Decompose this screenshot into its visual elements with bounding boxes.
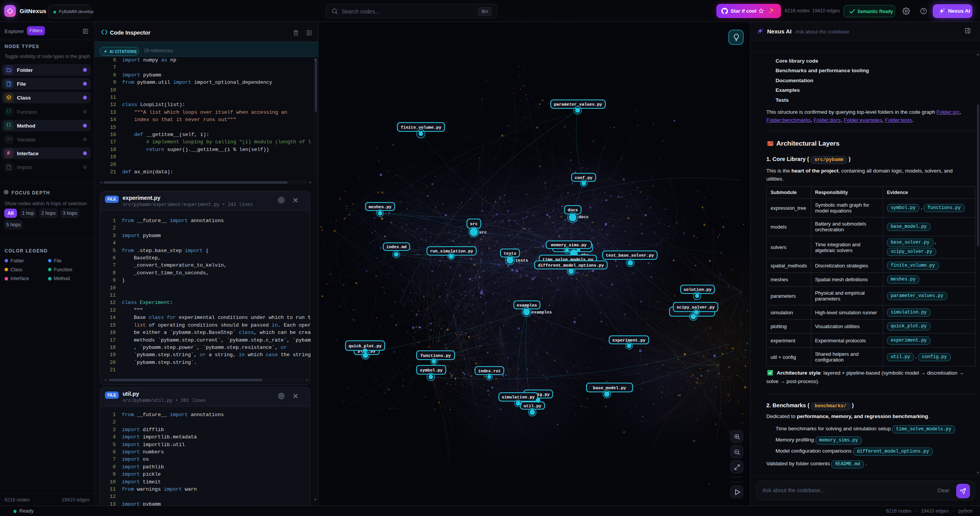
svg-text:quick_plot.py: quick_plot.py: [349, 344, 382, 348]
svg-text:docs: docs: [578, 215, 588, 219]
svg-text:conf.py: conf.py: [575, 176, 593, 180]
svg-text:src: src: [479, 230, 487, 235]
svg-text:different_model_options.py: different_model_options.py: [538, 263, 604, 268]
svg-text:index.md: index.md: [386, 245, 407, 249]
svg-text:meshes.py: meshes.py: [369, 205, 392, 209]
svg-text:util.py: util.py: [523, 404, 541, 408]
svg-text:memory_sims.py: memory_sims.py: [551, 243, 587, 247]
svg-text:base_model.py: base_model.py: [593, 386, 626, 390]
svg-text:examples: examples: [532, 310, 552, 315]
svg-text:tests: tests: [503, 251, 516, 256]
svg-text:examples: examples: [517, 303, 537, 308]
svg-text:finite_volume.py: finite_volume.py: [401, 125, 442, 130]
svg-text:docs: docs: [568, 208, 578, 212]
svg-text:solution.py: solution.py: [684, 287, 712, 292]
svg-text:experiment.py: experiment.py: [613, 338, 646, 343]
svg-text:functions.py: functions.py: [420, 353, 451, 358]
svg-text:src: src: [470, 222, 478, 226]
svg-text:index.rst: index.rst: [478, 369, 501, 373]
svg-text:tests: tests: [515, 258, 528, 263]
svg-text:test_base_solver.py: test_base_solver.py: [606, 253, 654, 258]
svg-text:symbol.py: symbol.py: [420, 368, 443, 373]
svg-text:simulation.py: simulation.py: [502, 395, 535, 400]
